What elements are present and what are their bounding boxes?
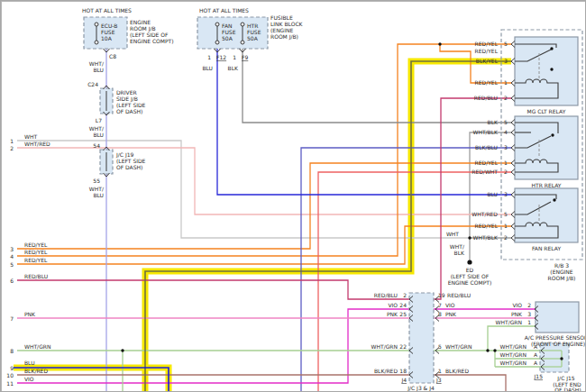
label--left-side: (LEFT SIDE: [116, 158, 146, 164]
label-c8: C8: [109, 53, 116, 59]
mg-clt-relay-box: [515, 37, 578, 105]
label-7: 7: [438, 302, 442, 308]
wire-wire-whtred: [17, 148, 511, 214]
label-red-yel: RED/YEL: [24, 249, 48, 255]
label-fuse: FUSE: [247, 29, 261, 35]
label-j15: J15: [534, 373, 544, 380]
label-red-blu: RED/BLU: [474, 95, 498, 101]
label-red-blu: RED/BLU: [374, 292, 398, 298]
label-3: 3: [504, 191, 508, 197]
label-hot-at-all-times: HOT AT ALL TIMES: [82, 7, 132, 14]
label-fusible: FUSIBLE: [270, 14, 293, 21]
label-blu: BLU: [487, 191, 498, 197]
label-blk-blu: BLK/BLU: [475, 144, 498, 150]
label-blk-red: BLK/RED: [374, 368, 398, 374]
label-4: 4: [504, 129, 508, 135]
label-5: 5: [10, 261, 14, 268]
wire-wire-redyel-4: [17, 44, 511, 256]
junction-dot-8: [551, 133, 554, 136]
wire-wire-vio-left: [17, 309, 409, 383]
label-vio: VIO: [388, 302, 398, 308]
label-blk-red: BLK/RED: [445, 368, 469, 374]
fuse-terminal-0: [95, 23, 98, 26]
label-j4: J4: [400, 377, 407, 384]
wire-wire-redyel-3: [17, 163, 511, 249]
label-a-c-pressure-sensor: A/C PRESSURE SENSOR: [525, 334, 586, 341]
label-htr-relay: HTR RELAY: [532, 182, 562, 188]
wire-wire-redblu-left: [17, 280, 409, 299]
label--front-of-engine-: (FRONT OF ENGINE): [531, 341, 585, 347]
fuse-terminal-2: [215, 23, 219, 26]
label-2: 2: [504, 169, 508, 175]
junction-dot-7: [550, 68, 553, 70]
label-vio: VIO: [512, 302, 522, 308]
label-7: 7: [10, 315, 14, 322]
label-f12: F12: [216, 54, 226, 60]
label-25: 25: [399, 311, 407, 317]
label-of-dash-: OF DASH): [116, 108, 142, 114]
label-engine: ENGINE: [130, 19, 151, 25]
label-11: 11: [6, 380, 14, 387]
label-wht-grn: WHT/GRN: [24, 343, 50, 350]
label-red-yel: RED/YEL: [475, 79, 499, 86]
label-red-yel: RED/YEL: [475, 48, 499, 54]
junction-dot-9: [553, 198, 555, 201]
label-19: 19: [438, 292, 445, 298]
label-red-yel: RED/YEL: [475, 41, 499, 47]
label-3: 3: [504, 144, 508, 150]
label-54: 54: [93, 142, 100, 149]
label-wht-red: WHT/RED: [472, 211, 498, 217]
label-8: 8: [10, 348, 14, 354]
wire-wire-redyel-5: [17, 226, 511, 264]
ac-pressure-sensor-box: [536, 302, 579, 333]
label-5: 5: [438, 343, 442, 350]
wire-wire-blu-f12: [217, 49, 511, 195]
label-of-dash-: OF DASH): [554, 387, 581, 392]
label-10a: 10A: [101, 35, 113, 41]
label-2: 2: [504, 95, 508, 101]
label-1: 1: [504, 223, 508, 229]
label-red-yel: RED/YEL: [475, 223, 499, 229]
label-wht-grn: WHT/GRN: [500, 351, 526, 358]
label--left-side: (LEFT SIDE: [116, 102, 146, 108]
label-blk: BLK: [488, 119, 499, 125]
label-red-wht: RED/WHT: [472, 169, 498, 175]
label-ecu-b: ECU-B: [101, 23, 117, 29]
label-2: 2: [10, 145, 14, 151]
label-2: 2: [403, 292, 407, 298]
label-50a: 50A: [222, 35, 233, 41]
label-55: 55: [93, 178, 100, 184]
label-red-yel: RED/YEL: [24, 257, 48, 263]
label-wht-grn: WHT/GRN: [496, 319, 522, 325]
label-ed: ED: [466, 267, 474, 273]
label--engine: (ENGINE: [550, 269, 573, 275]
label-wht-grn: WHT/GRN: [500, 343, 526, 350]
label--left-side-of: (LEFT SIDE OF: [451, 273, 490, 279]
label-wht-blk: WHT/BLK: [472, 234, 499, 241]
fan-relay-box: [515, 188, 578, 242]
label-htr: HTR: [247, 23, 258, 29]
label-vio: VIO: [445, 302, 455, 308]
label-fuse: FUSE: [222, 29, 236, 35]
label-a: A: [534, 360, 538, 366]
label-5: 5: [504, 119, 508, 125]
label-blu: BLU: [93, 192, 104, 198]
label-5: 5: [504, 41, 508, 47]
junction-dot-2: [121, 349, 124, 351]
label-3: 3: [527, 311, 531, 317]
fuse-terminal-1: [95, 41, 98, 44]
label-a: A: [534, 351, 538, 358]
junction-dot-5: [560, 357, 563, 360]
label-wht-: WHT/: [89, 125, 105, 132]
label-blk: BLK: [228, 65, 239, 71]
label-blk-red: BLK/RED: [24, 368, 48, 374]
label-hot-at-all-times: HOT AT ALL TIMES: [199, 7, 249, 14]
ground-point-ed: [467, 260, 472, 264]
label-3: 3: [504, 58, 508, 64]
label-f9: F9: [242, 54, 248, 60]
label-pnk: PNK: [24, 311, 36, 317]
label-blk-yel: BLK/YEL: [476, 58, 499, 64]
label-22: 22: [399, 343, 407, 350]
label-fan-relay: FAN RELAY: [532, 245, 561, 251]
label-pnk: PNK: [387, 311, 398, 317]
